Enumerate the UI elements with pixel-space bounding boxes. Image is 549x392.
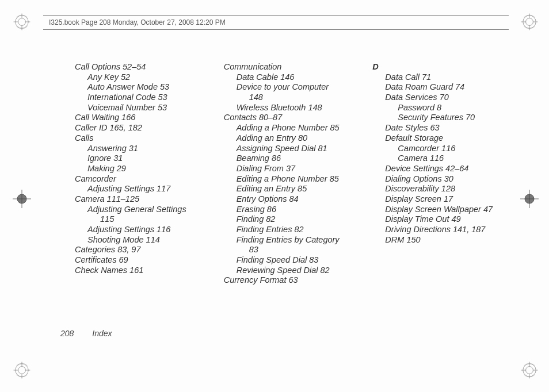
index-entry: Reviewing Speed Dial 82: [224, 266, 352, 276]
crop-mark-icon: [520, 13, 539, 31]
index-entry: Editing a Phone Number 85: [224, 174, 352, 185]
index-entry: Data Cable 146: [224, 72, 352, 83]
index-entry: Erasing 86: [224, 205, 352, 215]
index-entry: Call Options 52–54: [75, 62, 203, 72]
registration-mark-icon: [13, 190, 31, 208]
index-entry: Finding 82: [224, 214, 352, 225]
index-entry: Finding Entries 82: [224, 225, 352, 235]
index-entry: Contacts 80–87: [224, 113, 352, 123]
index-entry: Beaming 86: [224, 153, 352, 164]
index-entry: D: [372, 62, 501, 72]
svg-point-1: [18, 18, 26, 26]
index-entry: Dialing From 37: [224, 164, 352, 174]
index-entry: Discoverability 128: [372, 184, 501, 194]
page-header: I325.book Page 208 Monday, October 27, 2…: [43, 15, 509, 30]
index-entry: Currency Format 63: [224, 275, 352, 286]
index-entry: Camera 111–125: [75, 194, 203, 205]
index-entry: Calls: [75, 133, 203, 144]
index-entry: Password 8: [372, 103, 501, 113]
index-entry: Any Key 52: [75, 72, 203, 83]
index-entry: Dialing Options 30: [372, 174, 501, 185]
index-entry: Ignore 31: [75, 153, 203, 164]
index-entry: Driving Directions 141, 187: [372, 225, 501, 235]
footer-label: Index: [92, 329, 112, 338]
index-entry: Answering 31: [75, 144, 203, 154]
index-content: Call Options 52–54Any Key 52Auto Answer …: [75, 62, 501, 286]
page-footer: 208 Index: [60, 329, 112, 338]
index-entry: Entry Options 84: [224, 194, 352, 205]
index-entry: 148: [224, 93, 352, 103]
index-entry: Finding Speed Dial 83: [224, 255, 352, 266]
index-entry: Adding an Entry 80: [224, 133, 352, 144]
index-entry: International Code 53: [75, 93, 203, 103]
index-column-1: Call Options 52–54Any Key 52Auto Answer …: [75, 62, 203, 286]
index-entry: DRM 150: [372, 235, 501, 245]
index-entry: Display Screen Wallpaper 47: [372, 205, 501, 215]
index-entry: Certificates 69: [75, 255, 203, 266]
page-number: 208: [60, 329, 74, 338]
index-column-2: CommunicationData Cable 146Device to you…: [224, 62, 352, 286]
index-entry: Auto Answer Mode 53: [75, 82, 203, 93]
index-entry: Camcorder: [75, 174, 203, 185]
index-entry: Device Settings 42–64: [372, 164, 501, 174]
index-entry: Voicemail Number 53: [75, 103, 203, 113]
index-entry: Data Call 71: [372, 72, 501, 83]
svg-point-5: [18, 367, 26, 374]
index-entry: Default Storage: [372, 133, 501, 144]
index-entry: Data Services 70: [372, 93, 501, 103]
index-entry: Camcorder 116: [372, 144, 501, 154]
index-entry: Date Styles 63: [372, 123, 501, 133]
index-entry: Security Features 70: [372, 113, 501, 123]
index-entry: Device to your Computer: [224, 82, 352, 93]
index-entry: Check Names 161: [75, 266, 203, 276]
crop-mark-icon: [13, 13, 31, 31]
index-entry: Adding a Phone Number 85: [224, 123, 352, 133]
index-column-3: DData Call 71Data Roam Guard 74Data Serv…: [372, 62, 501, 286]
index-entry: Editing an Entry 85: [224, 184, 352, 194]
svg-point-7: [526, 367, 533, 374]
index-entry: Call Waiting 166: [75, 113, 203, 123]
index-entry: Display Time Out 49: [372, 214, 501, 225]
index-entry: Wireless Bluetooth 148: [224, 103, 352, 113]
crop-mark-icon: [520, 361, 539, 379]
index-entry: Assigning Speed Dial 81: [224, 144, 352, 154]
index-entry: Adjusting General Settings: [75, 205, 203, 215]
index-entry: Camera 116: [372, 153, 501, 164]
index-entry: Adjusting Settings 116: [75, 225, 203, 235]
index-entry: Categories 83, 97: [75, 245, 203, 255]
header-text: I325.book Page 208 Monday, October 27, 2…: [49, 18, 226, 26]
crop-mark-icon: [13, 361, 31, 379]
index-entry: Finding Entries by Category: [224, 235, 352, 245]
index-entry: Adjusting Settings 117: [75, 184, 203, 194]
index-entry: Communication: [224, 62, 352, 72]
index-entry: Data Roam Guard 74: [372, 82, 501, 93]
svg-point-3: [526, 18, 533, 26]
index-entry: 83: [224, 245, 352, 255]
index-entry: Shooting Mode 114: [75, 235, 203, 245]
index-entry: Caller ID 165, 182: [75, 123, 203, 133]
index-entry: 115: [75, 214, 203, 225]
index-entry: Making 29: [75, 164, 203, 174]
index-entry: Display Screen 17: [372, 194, 501, 205]
registration-mark-icon: [520, 190, 539, 208]
